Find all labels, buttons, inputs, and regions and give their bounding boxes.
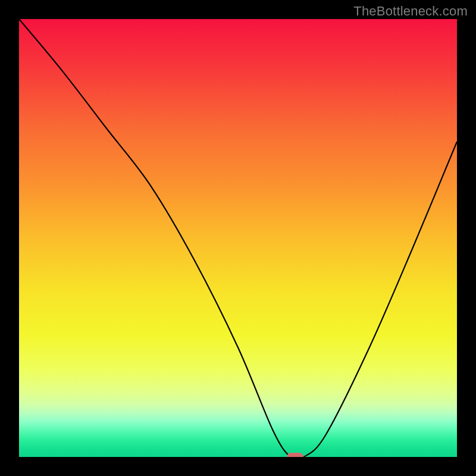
bottleneck-curve bbox=[19, 19, 457, 457]
chart-frame: TheBottleneck.com bbox=[0, 0, 476, 476]
watermark-text: TheBottleneck.com bbox=[353, 4, 468, 19]
optimal-point-marker bbox=[287, 453, 303, 457]
plot-area bbox=[19, 19, 457, 457]
curve-path bbox=[19, 19, 457, 457]
